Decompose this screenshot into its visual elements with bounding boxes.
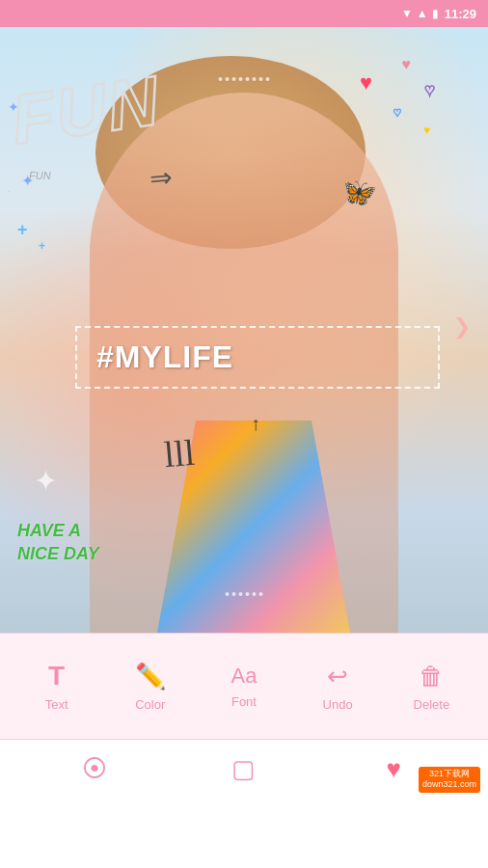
- text-icon: T: [48, 661, 65, 692]
- font-icon: Aa: [231, 664, 258, 689]
- signal-icon: ▼: [401, 7, 413, 20]
- undo-icon: ↩: [327, 662, 348, 692]
- arrow-sticker[interactable]: ⇒: [149, 161, 174, 195]
- pink-arrow-sticker: ❯: [453, 314, 471, 339]
- nav-crop[interactable]: ▢: [223, 748, 265, 791]
- heart-yellow: ♥: [423, 123, 430, 137]
- watermark-line1: 321下载网: [429, 769, 470, 778]
- color-icon: ✏️: [135, 662, 166, 692]
- nav-heart[interactable]: ♥: [372, 748, 415, 791]
- tool-undo[interactable]: ↩ Undo: [309, 662, 366, 712]
- camera-icon: ⦿: [82, 754, 107, 784]
- heart-blue-outline: ♥: [393, 104, 401, 120]
- watermark: 321下载网 down321.com: [419, 767, 480, 793]
- tool-font[interactable]: Aa Font: [215, 664, 273, 709]
- heart-nav-icon: ♥: [387, 754, 401, 784]
- mylife-box[interactable]: #MYLIFE: [75, 326, 440, 389]
- color-label: Color: [135, 697, 165, 712]
- star-bottom-sticker: ✦: [34, 464, 58, 498]
- delete-label: Delete: [414, 697, 450, 712]
- signature-sticker[interactable]: lll: [162, 431, 196, 476]
- dots-decoration-top: [219, 77, 270, 81]
- font-label: Font: [231, 694, 257, 709]
- star-decoration-2: ✦: [21, 172, 34, 190]
- undo-label: Undo: [323, 697, 353, 712]
- wifi-icon: ▲: [417, 7, 428, 20]
- tool-color[interactable]: ✏️ Color: [122, 662, 179, 712]
- mylife-text: #MYLIFE: [96, 339, 233, 374]
- nav-camera[interactable]: ⦿: [73, 748, 116, 791]
- plus-decoration-1: +: [17, 220, 28, 240]
- nice-day-sticker[interactable]: HAVE ANICE DAY: [17, 520, 99, 565]
- star-decoration-3: ·: [8, 186, 11, 197]
- bottom-nav: ⦿ ▢ ♥: [0, 739, 488, 799]
- photo-canvas[interactable]: FUN FUN ✦ ✦ · + + ⇒ ♥ ♥ ♥ ♥ ♥ 🦋 ❯ #MYLIF…: [0, 27, 488, 633]
- battery-icon: ▮: [432, 7, 439, 20]
- heart-red: ♥: [360, 70, 372, 95]
- dots-decoration-bottom: [226, 592, 263, 596]
- bottom-section: ⦿ ▢ ♥ 321下载网 down321.com: [0, 739, 488, 799]
- status-time: 11:29: [445, 7, 476, 21]
- heart-pink: ♥: [402, 56, 412, 73]
- toolbar: T Text ✏️ Color Aa Font ↩ Undo 🗑 Delete: [0, 633, 488, 739]
- text-label: Text: [45, 697, 68, 712]
- heart-purple-outline: ♥: [424, 80, 435, 100]
- star-decoration-1: ✦: [8, 99, 19, 115]
- status-bar: ▼ ▲ ▮ 11:29: [0, 0, 488, 27]
- crop-icon: ▢: [231, 754, 256, 784]
- arrow-up-sticker: ↑: [251, 413, 260, 435]
- watermark-line2: down321.com: [422, 779, 476, 789]
- status-icons: ▼ ▲ ▮: [401, 7, 439, 20]
- tool-text[interactable]: T Text: [28, 661, 86, 712]
- tool-delete[interactable]: 🗑 Delete: [402, 662, 460, 712]
- plus-decoration-2: +: [39, 239, 45, 253]
- delete-icon: 🗑: [419, 662, 444, 692]
- butterfly-sticker[interactable]: 🦋: [343, 176, 377, 208]
